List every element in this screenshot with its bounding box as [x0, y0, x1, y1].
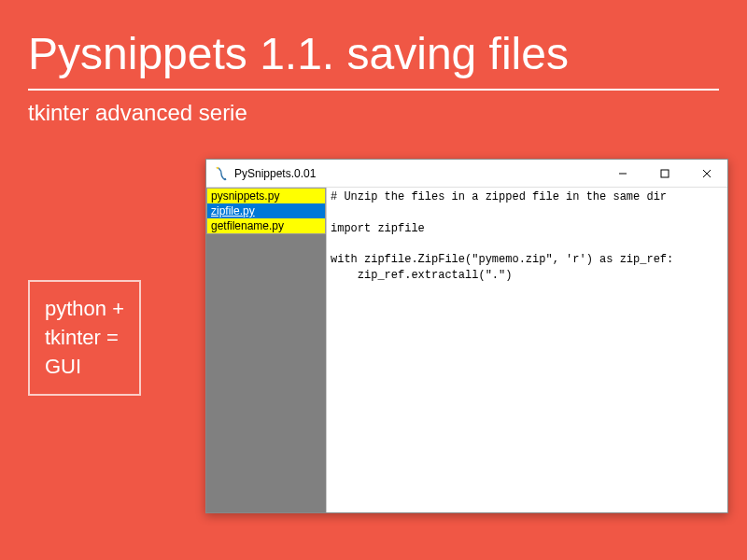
svg-point-0: [217, 166, 218, 168]
minimize-button[interactable]: [601, 160, 643, 187]
window-title: PySnippets.0.01: [234, 167, 601, 180]
app-window: PySnippets.0.01 pysnippets.py zipfile.py…: [205, 159, 728, 513]
sidebox-line: tkinter =: [45, 324, 124, 353]
svg-point-1: [224, 177, 226, 179]
minimize-icon: [618, 169, 627, 178]
main-title: Pysnippets 1.1. saving files: [0, 0, 747, 89]
sidebox-line: GUI: [45, 353, 124, 382]
file-item[interactable]: pysnippets.py: [207, 189, 325, 203]
sidebar: pysnippets.py zipfile.py getfilename.py: [206, 188, 326, 512]
side-info-box: python + tkinter = GUI: [28, 280, 141, 396]
python-icon: [214, 166, 229, 181]
maximize-button[interactable]: [643, 160, 685, 187]
close-icon: [702, 169, 712, 178]
sidebox-line: python +: [45, 295, 124, 324]
maximize-icon: [660, 169, 669, 178]
window-controls: [601, 160, 727, 187]
file-item[interactable]: getfilename.py: [207, 218, 325, 233]
titlebar[interactable]: PySnippets.0.01: [206, 160, 727, 188]
window-body: pysnippets.py zipfile.py getfilename.py …: [206, 188, 727, 512]
code-editor[interactable]: # Unzip the files in a zipped file in th…: [326, 188, 727, 512]
subtitle: tkinter advanced serie: [0, 91, 747, 135]
file-list[interactable]: pysnippets.py zipfile.py getfilename.py: [206, 188, 326, 234]
file-item[interactable]: zipfile.py: [207, 203, 325, 218]
svg-rect-3: [661, 170, 669, 177]
close-button[interactable]: [685, 160, 727, 187]
